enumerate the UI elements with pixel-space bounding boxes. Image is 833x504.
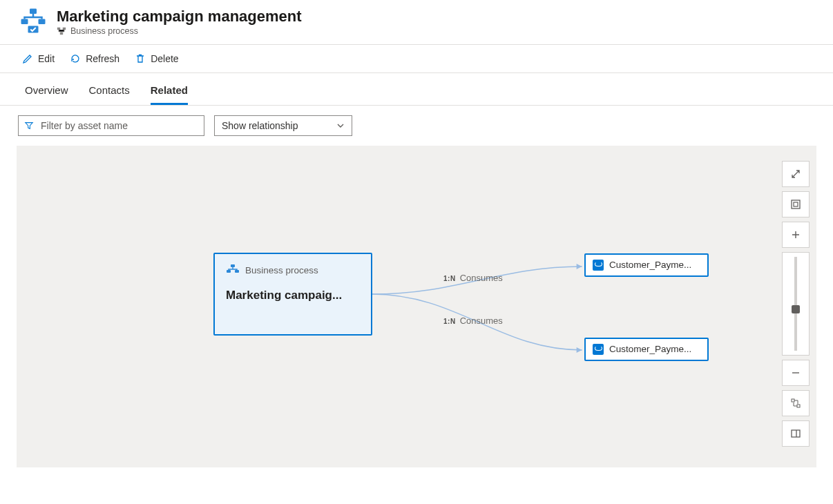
expand-button[interactable] [782,161,810,187]
trash-icon [135,53,146,64]
zoom-in-button[interactable] [782,222,810,248]
layout-swap-button[interactable] [782,390,810,416]
edge-label-1: 1:NConsumes [443,316,503,326]
zoom-thumb[interactable] [792,305,800,313]
filter-input[interactable] [39,119,198,132]
svg-rect-15 [797,405,800,407]
fit-to-screen-button[interactable] [782,191,810,217]
svg-marker-7 [577,264,582,269]
chevron-down-icon [336,122,345,130]
edge-layer [17,146,816,467]
pencil-icon [22,53,33,64]
plus-icon [790,229,801,240]
delete-label: Delete [151,53,178,64]
page-header: Marketing campaign management Business p… [0,0,833,45]
refresh-button[interactable]: Refresh [68,50,121,67]
layout-swap-icon [790,398,801,409]
relationship-select[interactable]: Show relationship [214,115,352,136]
edit-button[interactable]: Edit [21,50,56,67]
page-title: Marketing campaign management [57,7,302,26]
target-node-1-label: Customer_Payme... [609,344,691,354]
page-subtitle: Business process [57,26,302,36]
svg-rect-4 [57,27,60,30]
svg-rect-13 [794,202,798,206]
zoom-rail [794,257,797,351]
target-node-0[interactable]: Customer_Payme... [584,253,709,277]
dataset-icon [593,260,604,271]
zoom-slider[interactable] [782,252,810,356]
delete-button[interactable]: Delete [133,50,180,67]
tab-related[interactable]: Related [151,81,188,105]
target-node-0-label: Customer_Payme... [609,260,691,270]
target-node-1[interactable]: Customer_Payme... [584,338,709,361]
svg-rect-12 [792,200,800,209]
svg-rect-2 [39,19,46,25]
svg-marker-8 [577,347,582,353]
refresh-label: Refresh [86,53,119,64]
svg-rect-1 [21,19,28,25]
toggle-panel-button[interactable] [782,420,810,447]
svg-rect-9 [231,264,235,267]
minus-icon [790,367,801,378]
main-node-type: Business process [245,265,318,275]
refresh-icon [70,53,81,64]
tab-contacts[interactable]: Contacts [89,81,130,105]
svg-rect-11 [235,270,239,273]
main-node[interactable]: Business process Marketing campaig... [213,253,372,336]
edit-label: Edit [38,53,55,64]
tab-bar: Overview Contacts Related [0,73,833,106]
svg-rect-14 [792,399,794,402]
filter-input-wrapper[interactable] [18,115,204,136]
svg-rect-0 [30,9,37,14]
toggle-panel-icon [790,428,801,439]
svg-rect-10 [227,270,231,273]
page-subtitle-text: Business process [70,26,138,36]
business-process-icon [19,7,47,35]
tab-overview[interactable]: Overview [25,81,68,105]
asset-type-icon [57,26,66,36]
svg-rect-6 [60,32,63,35]
relationship-select-label: Show relationship [222,120,298,131]
fit-to-screen-icon [790,199,801,210]
expand-icon [790,168,801,180]
main-node-title: Marketing campaig... [226,289,360,302]
canvas-controls [782,161,810,447]
edge-label-0: 1:NConsumes [443,273,503,283]
filter-icon [24,121,34,130]
business-process-icon [226,264,240,278]
svg-rect-16 [792,430,800,437]
filter-row: Show relationship [0,106,833,146]
zoom-out-button[interactable] [782,360,810,386]
relationship-canvas[interactable]: 1:NConsumes 1:NConsumes Business process… [17,146,816,467]
toolbar: Edit Refresh Delete [0,45,833,73]
svg-rect-5 [63,27,66,30]
dataset-icon [593,344,604,355]
